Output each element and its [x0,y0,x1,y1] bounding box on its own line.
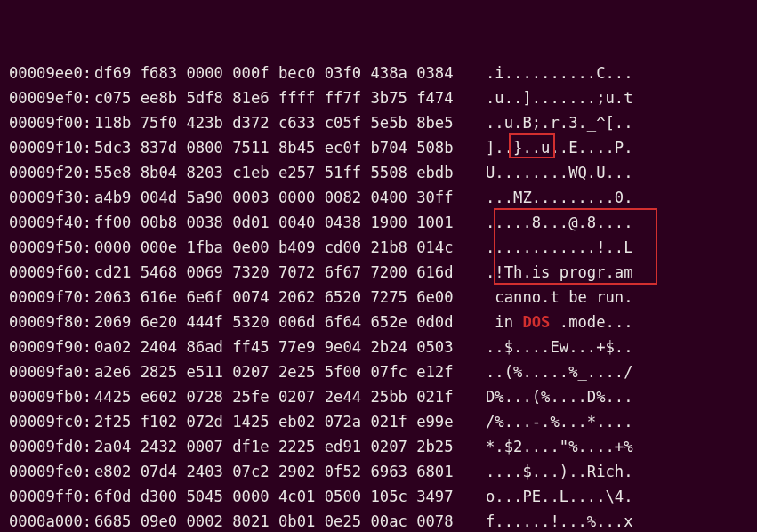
hex-row: 00009f70:2063 616e 6e6f 0074 2062 6520 7… [9,285,757,310]
address: 00009fc0: [9,409,94,434]
ascii: .i..........C... [486,60,633,85]
address: 00009ee0: [9,60,94,85]
ascii: .u..].......;u.t [486,85,633,110]
ascii: canno.t be run. [486,285,633,310]
hex-row: 00009f90:0a02 2404 86ad ff45 77e9 9e04 2… [9,335,757,359]
hex-row: 00009ff0:6f0d d300 5045 0000 4c01 0500 1… [9,484,757,509]
hex-row: 00009f10:5dc3 837d 0800 7511 8b45 ec0f b… [9,135,757,160]
hex-bytes: a4b9 004d 5a90 0003 0000 0082 0400 30ff [94,185,486,210]
hex-row: 00009fc0:2f25 f102 072d 1425 eb02 072a 0… [9,409,757,434]
hex-bytes: 118b 75f0 423b d372 c633 c05f 5e5b 8be5 [94,110,486,135]
address: 00009f90: [9,335,94,359]
address: 00009ff0: [9,484,94,509]
ascii: f......!...%...x [486,509,633,532]
ascii: ....$...)..Rich. [486,459,633,484]
address: 00009fe0: [9,459,94,484]
hex-bytes: a2e6 2825 e511 0207 2e25 5f00 07fc e12f [94,359,486,384]
address: 00009f20: [9,160,94,185]
hex-row: 0000a000:6685 09e0 0002 8021 0b01 0e25 0… [9,509,757,532]
ascii: /%...-.%...*.... [486,409,633,434]
hex-row: 00009f60:cd21 5468 0069 7320 7072 6f67 7… [9,260,757,285]
address: 00009fb0: [9,384,94,409]
hex-bytes: cd21 5468 0069 7320 7072 6f67 7200 616d [94,260,486,285]
address: 00009f60: [9,260,94,285]
address: 00009f00: [9,110,94,135]
hex-bytes: 4425 e602 0728 25fe 0207 2e44 25bb 021f [94,384,486,409]
hex-bytes: 2063 616e 6e6f 0074 2062 6520 7275 6e00 [94,285,486,310]
hex-row: 00009f50:0000 000e 1fba 0e00 b409 cd00 2… [9,235,757,260]
address: 00009f80: [9,310,94,335]
address: 00009fa0: [9,359,94,384]
ascii: ............!..L [486,235,633,260]
hex-bytes: 6f0d d300 5045 0000 4c01 0500 105c 3497 [94,484,486,509]
hex-row: 00009f00:118b 75f0 423b d372 c633 c05f 5… [9,110,757,135]
hex-bytes: 2069 6e20 444f 5320 006d 6f64 652e 0d0d [94,310,486,335]
ascii: ..u.B;.r.3._^[.. [486,110,633,135]
dos-text: DOS [522,313,550,331]
hex-bytes: 6685 09e0 0002 8021 0b01 0e25 00ac 0078 [94,509,486,532]
hex-row: 00009f20:55e8 8b04 8203 c1eb e257 51ff 5… [9,160,757,185]
hex-bytes: 2f25 f102 072d 1425 eb02 072a 021f e99e [94,409,486,434]
address: 00009fd0: [9,434,94,459]
hex-row: 00009fa0:a2e6 2825 e511 0207 2e25 5f00 0… [9,359,757,384]
ascii: o...PE..L....\4. [486,484,633,509]
hex-bytes: 5dc3 837d 0800 7511 8b45 ec0f b704 508b [94,135,486,160]
address: 00009f30: [9,185,94,210]
hex-bytes: 55e8 8b04 8203 c1eb e257 51ff 5508 ebdb [94,160,486,185]
hex-row: 00009fe0:e802 07d4 2403 07c2 2902 0f52 6… [9,459,757,484]
address: 00009f70: [9,285,94,310]
ascii: in DOS .mode... [486,310,633,335]
hex-bytes: 0000 000e 1fba 0e00 b409 cd00 21b8 014c [94,235,486,260]
ascii: ..$....Ew...+$.. [486,335,633,359]
ascii: U........WQ.U... [486,160,633,185]
hex-row: 00009fb0:4425 e602 0728 25fe 0207 2e44 2… [9,384,757,409]
ascii: .....8...@.8.... [486,210,633,235]
ascii: ...MZ.........0. [486,185,633,210]
hex-row: 00009ef0:c075 ee8b 5df8 81e6 ffff ff7f 3… [9,85,757,110]
hexdump-viewer: 00009ee0:df69 f683 0000 000f bec0 03f0 4… [0,0,757,532]
hex-bytes: 0a02 2404 86ad ff45 77e9 9e04 2b24 0503 [94,335,486,359]
address: 0000a000: [9,509,94,532]
ascii: *.$2...."%....+% [486,434,633,459]
address: 00009f10: [9,135,94,160]
hex-row: 00009ee0:df69 f683 0000 000f bec0 03f0 4… [9,60,757,85]
hex-row: 00009f30:a4b9 004d 5a90 0003 0000 0082 0… [9,185,757,210]
ascii: .!Th.is progr.am [486,260,633,285]
hex-row: 00009f40:ff00 00b8 0038 0d01 0040 0438 1… [9,210,757,235]
hex-bytes: 2a04 2432 0007 df1e 2225 ed91 0207 2b25 [94,434,486,459]
hex-bytes: c075 ee8b 5df8 81e6 ffff ff7f 3b75 f474 [94,85,486,110]
hex-row: 00009fd0:2a04 2432 0007 df1e 2225 ed91 0… [9,434,757,459]
hex-row: 00009f80:2069 6e20 444f 5320 006d 6f64 6… [9,310,757,335]
hex-bytes: df69 f683 0000 000f bec0 03f0 438a 0384 [94,60,486,85]
hex-bytes: e802 07d4 2403 07c2 2902 0f52 6963 6801 [94,459,486,484]
address: 00009f40: [9,210,94,235]
address: 00009ef0: [9,85,94,110]
ascii: D%...(%....D%... [486,384,633,409]
hex-bytes: ff00 00b8 0038 0d01 0040 0438 1900 1001 [94,210,486,235]
ascii: ]..}..u..E....P. [486,135,633,160]
ascii: ..(%.....%_..../ [486,359,633,384]
address: 00009f50: [9,235,94,260]
